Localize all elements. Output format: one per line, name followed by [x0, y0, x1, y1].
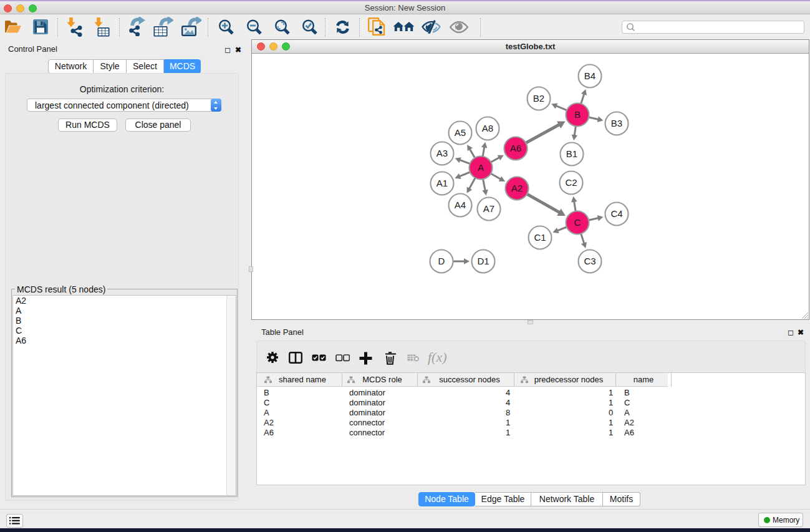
- svg-text:A6: A6: [510, 143, 521, 153]
- svg-text:C: C: [574, 217, 581, 228]
- svg-text:D1: D1: [477, 256, 489, 266]
- svg-text:A4: A4: [455, 200, 466, 210]
- svg-text:B3: B3: [611, 118, 622, 128]
- svg-text:C4: C4: [610, 208, 622, 219]
- svg-text:C2: C2: [565, 177, 577, 188]
- svg-text:A5: A5: [455, 127, 466, 138]
- svg-text:B4: B4: [584, 70, 595, 81]
- svg-text:C1: C1: [534, 232, 546, 243]
- svg-text:A: A: [478, 162, 484, 173]
- svg-text:A1: A1: [436, 178, 448, 188]
- svg-text:B: B: [574, 109, 581, 120]
- svg-text:B2: B2: [533, 93, 544, 104]
- svg-text:A3: A3: [436, 148, 448, 158]
- svg-text:D: D: [438, 256, 445, 266]
- svg-text:A8: A8: [482, 123, 493, 133]
- svg-text:C3: C3: [584, 256, 595, 266]
- svg-text:A7: A7: [483, 203, 494, 214]
- svg-text:B1: B1: [566, 148, 577, 159]
- svg-text:A2: A2: [511, 183, 523, 193]
